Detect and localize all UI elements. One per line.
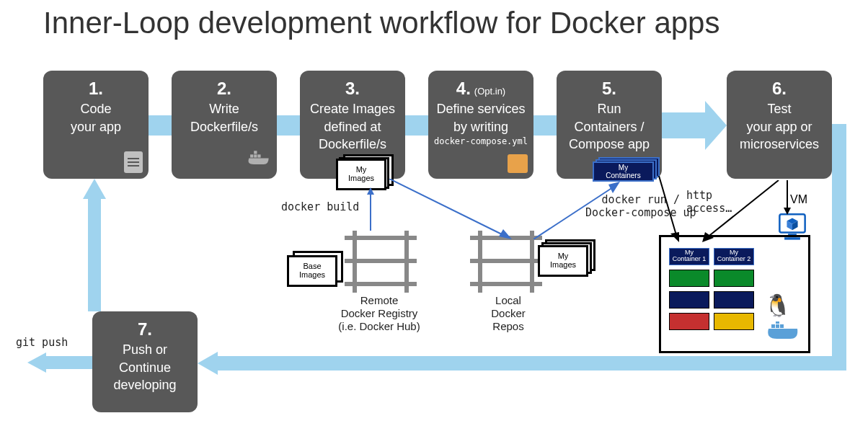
svg-rect-2 [254, 151, 257, 154]
step-2-write-dockerfile: 2. Write Dockerfile/s [172, 71, 277, 179]
vm-container-1-label: My Container 1 [669, 249, 709, 262]
label-docker-build: docker build [281, 200, 359, 213]
label-git-push: git push [16, 336, 68, 349]
step-number: 3. [345, 78, 360, 99]
my-images-card-local: My Images [538, 245, 588, 277]
svg-marker-35 [670, 232, 679, 242]
vm-cell-red [669, 313, 709, 330]
svg-line-16 [389, 179, 503, 235]
vm-cell-green-l [669, 270, 709, 287]
arrow-3-4 [405, 115, 428, 136]
svg-marker-19 [608, 182, 620, 193]
vm-container-2-label: My Container 2 [714, 249, 754, 262]
step-line: Run [597, 101, 621, 117]
my-images-card: My Images [336, 159, 386, 190]
step-6-test-app: 6. Test your app or microservices [727, 71, 832, 179]
svg-rect-31 [776, 324, 779, 328]
step-line: developing [113, 377, 176, 394]
docker-whale-icon [766, 321, 800, 346]
step-number: 6. [772, 78, 787, 99]
my-containers-card: My Containers [593, 161, 654, 182]
step-line: defined at [324, 119, 381, 136]
vm-cell-navy-r [714, 291, 754, 309]
step-number: 4. (Opt.in) [456, 78, 505, 99]
base-images-card: Base Images [287, 255, 337, 287]
step-4-define-services: 4. (Opt.in) Define services by writing d… [428, 71, 533, 179]
tux-icon: 🐧 [764, 293, 791, 318]
step-number: 5. [602, 78, 616, 99]
step-line: Test [767, 101, 791, 117]
step-line: by writing [453, 119, 508, 136]
step-line: Create Images [310, 101, 395, 117]
svg-line-26 [707, 180, 779, 238]
step-line: Code [80, 101, 111, 117]
arrow-7-1-head [83, 179, 106, 199]
vm-cell-navy-l [669, 291, 709, 309]
arrow-4-5 [533, 115, 557, 136]
step-number: 7. [138, 319, 152, 340]
step-yml: docker-compose.yml [434, 136, 528, 147]
compose-icon [508, 154, 528, 173]
arrow-2-3 [277, 115, 300, 136]
caption-remote-registry: Remote Docker Registry (i.e. Docker Hub) [322, 294, 437, 333]
svg-rect-1 [254, 154, 257, 157]
arrow-git-push-shaft [46, 356, 92, 369]
step-line: Dockerfile/s [190, 119, 258, 136]
step-line: Push or [123, 342, 167, 358]
step-line: microservices [740, 136, 819, 153]
arrow-loop-down [832, 124, 846, 370]
arrow-remote-to-myimages [363, 187, 378, 231]
document-icon [124, 151, 143, 173]
step-1-code-app: 1. Code your app [43, 71, 149, 179]
arrow-git-push-head [27, 352, 46, 373]
arrow-containers-to-vm [655, 172, 683, 244]
arrow-7-1-shaft [88, 199, 101, 311]
svg-marker-10 [367, 187, 374, 195]
arrow-5-6-head [705, 101, 727, 150]
svg-marker-29 [784, 208, 791, 215]
step-line: Continue [119, 360, 171, 376]
arrow-loop-head-to7 [198, 352, 218, 375]
arrow-5-6-shaft [662, 112, 705, 138]
vm-cell-yellow [714, 313, 754, 330]
arrow-1-2 [149, 115, 172, 136]
step-number: 2. [217, 78, 231, 99]
diagram-title: Inner-Loop development workflow for Dock… [43, 6, 719, 40]
svg-rect-0 [250, 154, 253, 157]
arrow-loop-left [218, 356, 846, 370]
arrow-6-to-vm-right [773, 180, 802, 238]
arrow-myimages-to-local [389, 179, 512, 244]
step-line: Compose app [569, 136, 650, 153]
step-line: Containers / [574, 119, 644, 136]
step-line: your app [71, 119, 121, 136]
step-line: Write [209, 101, 239, 117]
step-line: your app or [746, 119, 812, 136]
step-line: Dockerfile/s [319, 136, 386, 153]
step-7-push-continue: 7. Push or Continue developing [92, 311, 198, 412]
svg-rect-33 [776, 321, 779, 324]
svg-rect-3 [257, 154, 260, 157]
vm-cell-green-r [714, 270, 754, 287]
step-line: Define services [436, 101, 525, 117]
svg-rect-32 [780, 324, 784, 328]
svg-line-34 [659, 176, 676, 235]
caption-local-repos: Local Docker Repos [476, 294, 541, 333]
docker-whale-icon [247, 151, 271, 174]
svg-marker-17 [499, 229, 512, 239]
step-number: 1. [89, 78, 103, 99]
svg-rect-30 [771, 324, 775, 328]
